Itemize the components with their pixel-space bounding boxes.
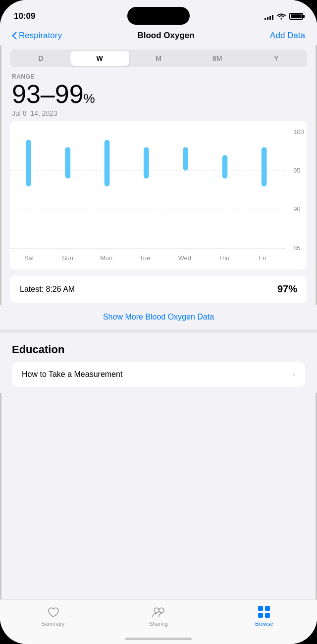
phone-frame: 10:09 Respiratory Blood [0, 0, 317, 644]
period-btn-m[interactable]: M [129, 51, 188, 66]
range-label: RANGE [12, 73, 305, 80]
svg-rect-8 [26, 140, 31, 186]
svg-point-22 [154, 608, 159, 613]
tab-sharing[interactable]: Sharing [106, 605, 211, 627]
svg-text:95: 95 [293, 167, 300, 174]
period-btn-d[interactable]: D [11, 51, 70, 66]
period-btn-6m[interactable]: 6M [188, 51, 247, 66]
tab-summary-label: Summary [41, 621, 64, 627]
latest-label: Latest: 8:26 AM [20, 285, 75, 294]
svg-text:Sun: Sun [62, 254, 73, 262]
add-data-button[interactable]: Add Data [270, 31, 305, 41]
range-date: Jul 8–14, 2023 [12, 109, 305, 117]
sharing-icon [152, 605, 165, 619]
show-more-button[interactable]: Show More Blood Oxygen Data [103, 313, 214, 321]
svg-point-23 [159, 608, 164, 613]
show-more-section: Show More Blood Oxygen Data [0, 305, 317, 329]
svg-rect-9 [65, 147, 70, 179]
section-divider [0, 329, 317, 333]
status-icons [264, 13, 303, 20]
summary-icon [46, 605, 60, 619]
tab-summary[interactable]: Summary [0, 605, 106, 627]
svg-rect-24 [258, 606, 263, 611]
education-section: Education How to Take a Measurement › [0, 333, 317, 393]
latest-reading-card: Latest: 8:26 AM 97% [10, 276, 307, 303]
svg-text:Sat: Sat [24, 254, 34, 262]
period-btn-w[interactable]: W [70, 51, 129, 66]
wifi-icon [277, 13, 286, 20]
education-card-measurement[interactable]: How to Take a Measurement › [12, 362, 305, 387]
battery-icon [289, 13, 303, 20]
svg-rect-25 [265, 606, 270, 611]
tab-sharing-label: Sharing [149, 621, 168, 627]
tab-browse-label: Browse [255, 621, 273, 627]
back-button[interactable]: Respiratory [12, 31, 62, 41]
home-indicator [125, 638, 192, 640]
dynamic-island [127, 7, 190, 25]
svg-text:Fri: Fri [259, 254, 266, 262]
svg-rect-26 [258, 613, 263, 618]
svg-rect-10 [105, 140, 110, 186]
chart-container: 100 95 90 85 [10, 121, 307, 270]
svg-rect-13 [222, 155, 228, 179]
period-btn-y[interactable]: Y [247, 51, 306, 66]
svg-text:100: 100 [293, 128, 304, 136]
svg-rect-11 [144, 147, 149, 179]
svg-text:Wed: Wed [178, 254, 191, 262]
svg-text:Tue: Tue [139, 254, 150, 262]
svg-rect-27 [265, 613, 270, 618]
browse-icon [257, 605, 271, 619]
svg-rect-12 [183, 147, 188, 171]
main-content: D W M 6M Y RANGE 93–99% Jul 8–14, 2023 [0, 46, 317, 592]
page-title: Blood Oxygen [137, 31, 194, 41]
range-section: RANGE 93–99% Jul 8–14, 2023 [0, 73, 317, 121]
bar-chart: 100 95 90 85 [10, 121, 307, 270]
signal-icon [264, 13, 273, 20]
svg-text:Mon: Mon [100, 254, 112, 262]
period-selector: D W M 6M Y [10, 49, 307, 67]
chevron-right-icon: › [293, 370, 295, 379]
range-value: 93–99% [12, 80, 305, 108]
svg-text:Thu: Thu [218, 254, 229, 262]
status-time: 10:09 [14, 11, 35, 21]
latest-value: 97% [277, 283, 297, 295]
education-title: Education [12, 343, 305, 356]
tab-browse[interactable]: Browse [211, 605, 317, 627]
svg-text:85: 85 [293, 245, 300, 252]
education-item-label: How to Take a Measurement [22, 370, 122, 379]
svg-rect-14 [262, 147, 267, 186]
nav-bar: Respiratory Blood Oxygen Add Data [0, 26, 317, 46]
svg-text:90: 90 [293, 205, 300, 213]
